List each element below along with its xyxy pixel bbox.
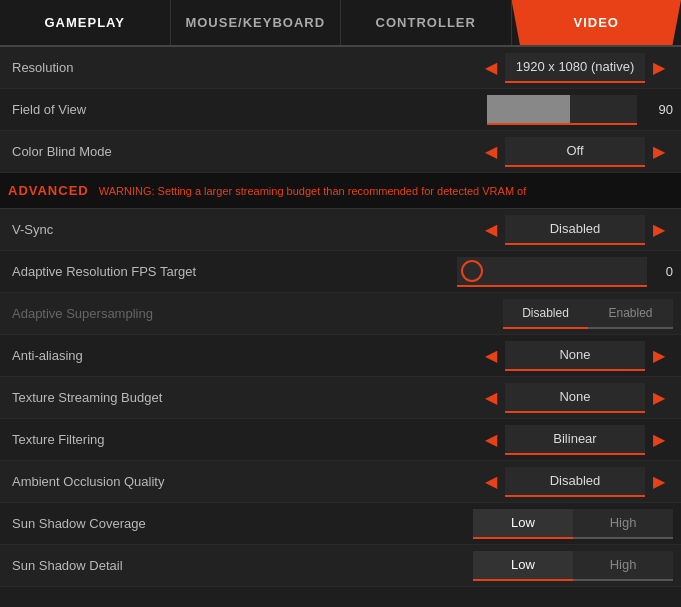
adaptive-res-label: Adaptive Resolution FPS Target: [8, 264, 453, 279]
texture-filtering-next-button[interactable]: ▶: [645, 424, 673, 456]
texture-filtering-row: Texture Filtering ◀ Bilinear ▶: [0, 419, 681, 461]
texture-streaming-label: Texture Streaming Budget: [8, 390, 453, 405]
texture-streaming-value: None: [505, 383, 645, 413]
adaptive-super-row: Adaptive Supersampling Disabled Enabled: [0, 293, 681, 335]
fov-control: 90: [453, 95, 673, 125]
adaptive-super-enabled-button[interactable]: Enabled: [588, 299, 673, 329]
sun-shadow-detail-row: Sun Shadow Detail Low High: [0, 545, 681, 587]
ambient-occlusion-next-button[interactable]: ▶: [645, 466, 673, 498]
adaptive-res-row: Adaptive Resolution FPS Target 0: [0, 251, 681, 293]
ambient-occlusion-control: ◀ Disabled ▶: [453, 466, 673, 498]
ambient-occlusion-value: Disabled: [505, 467, 645, 497]
texture-filtering-label: Texture Filtering: [8, 432, 453, 447]
texture-filtering-control: ◀ Bilinear ▶: [453, 424, 673, 456]
nav-tabs: GAMEPLAY MOUSE/KEYBOARD CONTROLLER VIDEO: [0, 0, 681, 47]
adaptive-res-slider[interactable]: [457, 257, 647, 287]
fov-row: Field of View 90: [0, 89, 681, 131]
color-blind-value: Off: [505, 137, 645, 167]
sun-shadow-detail-control: Low High: [453, 551, 673, 581]
fov-slider-fill: [487, 95, 570, 123]
sun-shadow-detail-label: Sun Shadow Detail: [8, 558, 453, 573]
resolution-value: 1920 x 1080 (native): [505, 53, 645, 83]
color-blind-next-button[interactable]: ▶: [645, 136, 673, 168]
fov-label: Field of View: [8, 102, 453, 117]
vsync-value: Disabled: [505, 215, 645, 245]
sun-shadow-coverage-low-button[interactable]: Low: [473, 509, 573, 539]
texture-filtering-prev-button[interactable]: ◀: [477, 424, 505, 456]
tab-controller[interactable]: CONTROLLER: [341, 0, 512, 45]
color-blind-control: ◀ Off ▶: [453, 136, 673, 168]
sun-shadow-detail-low-button[interactable]: Low: [473, 551, 573, 581]
ambient-occlusion-label: Ambient Occlusion Quality: [8, 474, 453, 489]
texture-filtering-value: Bilinear: [505, 425, 645, 455]
adaptive-res-value: 0: [653, 264, 673, 279]
advanced-label: ADVANCED: [8, 183, 89, 198]
ambient-occlusion-row: Ambient Occlusion Quality ◀ Disabled ▶: [0, 461, 681, 503]
anti-aliasing-next-button[interactable]: ▶: [645, 340, 673, 372]
tab-video[interactable]: VIDEO: [512, 0, 682, 45]
resolution-prev-button[interactable]: ◀: [477, 52, 505, 84]
anti-aliasing-prev-button[interactable]: ◀: [477, 340, 505, 372]
fov-slider[interactable]: [487, 95, 637, 125]
vsync-prev-button[interactable]: ◀: [477, 214, 505, 246]
sun-shadow-coverage-row: Sun Shadow Coverage Low High: [0, 503, 681, 545]
texture-streaming-prev-button[interactable]: ◀: [477, 382, 505, 414]
color-blind-row: Color Blind Mode ◀ Off ▶: [0, 131, 681, 173]
sun-shadow-coverage-high-button[interactable]: High: [573, 509, 673, 539]
anti-aliasing-row: Anti-aliasing ◀ None ▶: [0, 335, 681, 377]
resolution-label: Resolution: [8, 60, 453, 75]
settings-area: Resolution ◀ 1920 x 1080 (native) ▶ Fiel…: [0, 47, 681, 607]
vsync-label: V-Sync: [8, 222, 453, 237]
sun-shadow-coverage-label: Sun Shadow Coverage: [8, 516, 453, 531]
texture-streaming-next-button[interactable]: ▶: [645, 382, 673, 414]
fov-value: 90: [643, 102, 673, 117]
adaptive-super-control: Disabled Enabled: [453, 299, 673, 329]
tab-gameplay[interactable]: GAMEPLAY: [0, 0, 171, 45]
adaptive-res-control: 0: [453, 257, 673, 287]
resolution-control: ◀ 1920 x 1080 (native) ▶: [453, 52, 673, 84]
vsync-next-button[interactable]: ▶: [645, 214, 673, 246]
tab-mouse-keyboard[interactable]: MOUSE/KEYBOARD: [171, 0, 342, 45]
adaptive-res-thumb: [461, 260, 483, 282]
advanced-warning: WARNING: Setting a larger streaming budg…: [99, 185, 527, 197]
anti-aliasing-value: None: [505, 341, 645, 371]
texture-streaming-control: ◀ None ▶: [453, 382, 673, 414]
advanced-header: ADVANCED WARNING: Setting a larger strea…: [0, 173, 681, 209]
anti-aliasing-control: ◀ None ▶: [453, 340, 673, 372]
adaptive-super-label: Adaptive Supersampling: [8, 306, 453, 321]
resolution-next-button[interactable]: ▶: [645, 52, 673, 84]
color-blind-prev-button[interactable]: ◀: [477, 136, 505, 168]
vsync-row: V-Sync ◀ Disabled ▶: [0, 209, 681, 251]
vsync-control: ◀ Disabled ▶: [453, 214, 673, 246]
resolution-row: Resolution ◀ 1920 x 1080 (native) ▶: [0, 47, 681, 89]
sun-shadow-coverage-control: Low High: [453, 509, 673, 539]
texture-streaming-row: Texture Streaming Budget ◀ None ▶: [0, 377, 681, 419]
adaptive-super-disabled-button[interactable]: Disabled: [503, 299, 588, 329]
anti-aliasing-label: Anti-aliasing: [8, 348, 453, 363]
sun-shadow-detail-high-button[interactable]: High: [573, 551, 673, 581]
color-blind-label: Color Blind Mode: [8, 144, 453, 159]
ambient-occlusion-prev-button[interactable]: ◀: [477, 466, 505, 498]
